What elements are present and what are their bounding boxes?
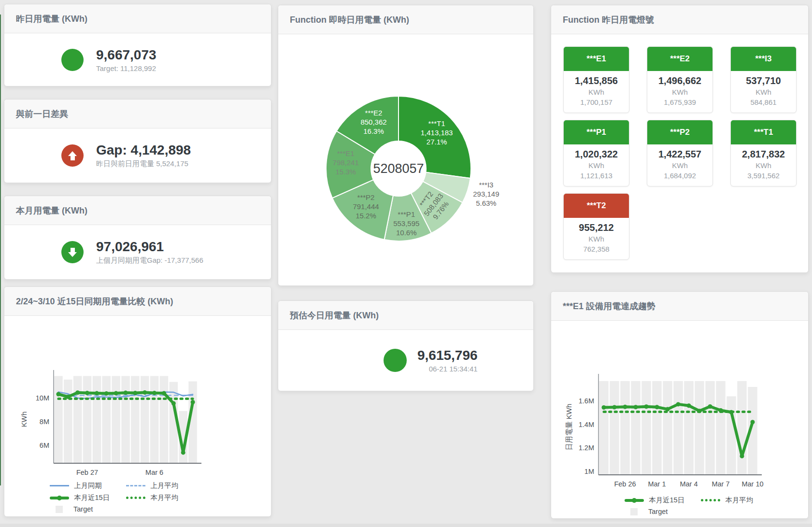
legend-label: 本月近15日 [649, 496, 684, 505]
tile-unit: KWh [733, 87, 794, 97]
legend-item[interactable]: 本月近15日 [625, 496, 684, 505]
trend-chart-wrap: 1M1.2M1.4M1.6MFeb 26Mar 1Mar 4Mar 7Mar 1… [551, 321, 808, 515]
tile-value: 955,212 [566, 221, 627, 234]
card-title: 2/24~3/10 近15日同期用電量比較 (KWh) [16, 296, 173, 307]
target-bar [73, 376, 82, 464]
svg-text:Mar 10: Mar 10 [741, 480, 763, 488]
target-bar [737, 381, 746, 475]
legend-item[interactable]: 本月平均 [701, 496, 753, 505]
donut-chart[interactable]: ***T11,413,18327.1%***I3293,1495.63%***T… [278, 34, 533, 281]
donut-center-total: 5208057 [373, 161, 424, 176]
tile-value: 1,496,662 [649, 74, 711, 87]
tile-target-value: 3,591,562 [733, 171, 794, 181]
stat-subtext: Target: 11,128,992 [96, 64, 157, 72]
tile-status-header: ***T1 [731, 120, 796, 144]
legend-swatch-green-dot-icon [126, 497, 145, 499]
target-bar [652, 381, 661, 475]
tile-name: ***T2 [587, 201, 606, 211]
legend-item[interactable]: 本月平均 [126, 493, 178, 502]
legend-item[interactable]: 本月近15日 [50, 493, 110, 502]
target-bar [121, 376, 129, 464]
legend-label: 上月平均 [150, 481, 178, 490]
tile-value: 1,020,322 [566, 148, 627, 160]
arrow-up-icon [61, 144, 84, 167]
legend-item[interactable]: 上月平均 [126, 481, 178, 490]
target-bar [673, 381, 683, 475]
legend-label: 上月同期 [74, 481, 102, 490]
svg-text:1.6M: 1.6M [579, 397, 594, 405]
legend-swatch-green-line-icon [50, 497, 69, 499]
legend-swatch-blue-dash-icon [126, 485, 145, 486]
tile-value: 1,415,856 [566, 74, 627, 87]
target-bars [599, 381, 757, 475]
stat-text: 97,026,961 上個月同期用電Gap: -17,377,566 [96, 239, 203, 265]
compare-chart[interactable]: 6M8M10MFeb 27Mar 6KWh [8, 316, 267, 478]
light-tile-i3: ***I3537,710KWh584,861 [730, 46, 797, 113]
trend-chart[interactable]: 1M1.2M1.4M1.6MFeb 26Mar 1Mar 4Mar 7Mar 1… [555, 321, 800, 489]
tile-target-value: 1,684,092 [649, 171, 711, 181]
stat-body: 9,667,073 Target: 11,128,992 [4, 33, 271, 86]
card-title: 昨日用電量 (KWh) [16, 13, 87, 25]
tile-value: 537,710 [733, 74, 794, 87]
tile-body: 955,212KWh762,358 [564, 218, 629, 259]
tile-name: ***P2 [670, 128, 690, 137]
tile-body: 537,710KWh584,861 [731, 71, 796, 113]
svg-text:Mar 4: Mar 4 [680, 480, 698, 488]
tile-status-header: ***T2 [564, 194, 629, 218]
tile-unit: KWh [649, 87, 711, 97]
tile-name: ***P1 [586, 128, 606, 137]
card-header: ***E1 設備用電達成趨勢 [551, 292, 808, 321]
svg-text:Feb 27: Feb 27 [76, 469, 98, 476]
target-bar [727, 396, 736, 475]
dashboard: 昨日用電量 (KWh) 9,667,073 Target: 11,128,992… [0, 0, 812, 527]
svg-text:1.4M: 1.4M [579, 421, 594, 428]
svg-text:1.2M: 1.2M [579, 444, 594, 452]
target-bar [620, 381, 629, 475]
card-header: 昨日用電量 (KWh) [4, 4, 271, 33]
legend-label: 本月平均 [725, 496, 753, 505]
legend-item[interactable]: Target [50, 505, 110, 513]
card-yesterday-usage: 昨日用電量 (KWh) 9,667,073 Target: 11,128,992 [4, 4, 271, 86]
stat-subtext: 上個月同期用電Gap: -17,377,566 [96, 256, 203, 265]
card-estimate-today: 預估今日用電量 (KWh) 9,615,796 06-21 15:34:41 [278, 300, 534, 391]
card-lights-panel: Function 昨日用電燈號 ***E11,415,856KWh1,700,1… [551, 5, 809, 273]
target-bar [141, 376, 149, 464]
legend-swatch-gray-square-icon [56, 506, 63, 513]
tile-target-value: 1,675,939 [649, 97, 711, 107]
legend-label: 本月平均 [150, 493, 178, 502]
card-header: Function 昨日用電燈號 [551, 5, 808, 34]
legend-label: 本月近15日 [74, 493, 110, 502]
card-compare-chart: 2/24~3/10 近15日同期用電量比較 (KWh) 6M8M10MFeb 2… [4, 286, 271, 517]
legend-item[interactable]: Target [625, 508, 684, 515]
legend-label: Target [648, 508, 668, 515]
y-axis-label: KWh [20, 412, 28, 427]
y-axis-label: 日用電量 KWh [565, 404, 573, 451]
light-tile-t1: ***T12,817,832KWh3,591,562 [730, 120, 797, 186]
tile-unit: KWh [566, 160, 627, 171]
stat-body: Gap: 4,142,898 昨日與前日用電量 5,524,175 [4, 128, 271, 183]
light-tile-e1: ***E11,415,856KWh1,700,157 [563, 46, 629, 113]
tile-name: ***E2 [670, 54, 690, 64]
stat-value: 9,615,796 [417, 348, 478, 363]
arrow-down-icon [61, 241, 84, 263]
legend-item[interactable]: 上月同期 [50, 481, 110, 490]
light-tile-p2: ***P21,422,557KWh1,684,092 [647, 120, 713, 186]
target-bar [112, 376, 120, 464]
stat-timestamp: 06-21 15:34:41 [417, 365, 478, 373]
tile-body: 1,020,322KWh1,121,613 [564, 144, 629, 186]
target-bar [610, 381, 619, 475]
legend-label: Target [73, 505, 93, 513]
compare-legend: 上月同期上月平均本月近15日本月平均Target [50, 481, 178, 513]
tile-status-header: ***E1 [564, 47, 629, 71]
card-realtime-donut: Function 即時日用電量 (KWh) ***T11,413,18327.1… [278, 5, 534, 286]
tile-name: ***I3 [755, 54, 771, 64]
svg-text:Feb 26: Feb 26 [614, 480, 636, 488]
stat-body: 97,026,961 上個月同期用電Gap: -17,377,566 [4, 225, 271, 279]
card-title: Function 即時日用電量 (KWh) [290, 14, 409, 26]
card-trend-chart: ***E1 設備用電達成趨勢 1M1.2M1.4M1.6MFeb 26Mar 1… [551, 291, 809, 519]
tile-status-header: ***P1 [564, 120, 629, 144]
light-tile-e2: ***E21,496,662KWh1,675,939 [647, 46, 713, 113]
status-circle-green-icon [384, 349, 407, 372]
card-header: Function 即時日用電量 (KWh) [278, 5, 533, 34]
svg-text:Mar 6: Mar 6 [145, 469, 163, 476]
